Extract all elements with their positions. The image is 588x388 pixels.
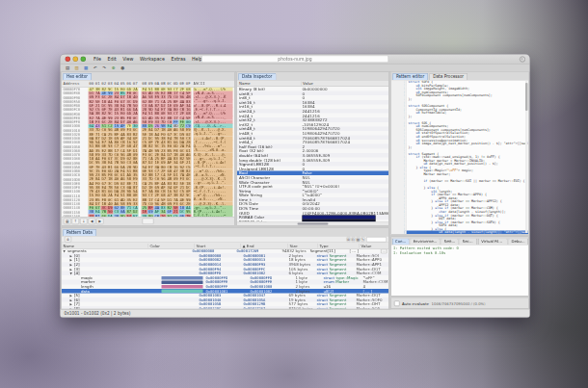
search-icon[interactable]: ●: [120, 65, 127, 71]
expand-arrow-icon[interactable]: ▶: [70, 263, 75, 267]
pattern-code-editor[interactable]: 116struct SOF0 {117 u8 bitsPerSample;118…: [391, 81, 528, 235]
hex-footer-visualizer-button[interactable]: [143, 219, 154, 225]
selection-status: 0x1001 - 0x1002 (0x2 | 2 bytes): [65, 311, 131, 316]
code-line-text: SOF0Component components[numComponents];: [407, 94, 493, 98]
jump-up-icon[interactable]: ↑: [72, 219, 80, 225]
titlebar: FileEditViewWorkspaceExtrasHelp photos-n…: [61, 55, 530, 65]
console-tabstrip: ConsoleEnvironment Vari…SettingsSections…: [391, 237, 528, 246]
hex-editor-tabstrip: Hex editor: [62, 72, 234, 81]
hex-ascii-header: ASCII: [194, 82, 233, 86]
tab-pattern-editor[interactable]: Pattern editor: [392, 73, 428, 80]
inspector-header-value: Value: [301, 81, 388, 86]
data-inspector-panel: Data Inspector Name Value Binary (8 bit)…: [237, 72, 389, 226]
menu-file[interactable]: File: [94, 57, 101, 63]
tab-pattern-data[interactable]: Pattern Data: [63, 229, 96, 236]
tab-environment-vari-[interactable]: Environment Vari…: [411, 239, 441, 246]
menu-edit[interactable]: Edit: [107, 57, 116, 63]
close-button[interactable]: [66, 57, 71, 63]
hex-editor-panel: Hex editor Address000102030405060708090A…: [62, 72, 235, 226]
expand-all-icon[interactable]: ⊞: [346, 237, 350, 242]
code-gutter: [391, 81, 405, 235]
data-inspector-tabstrip: Data Inspector: [237, 72, 388, 81]
jump-down-icon[interactable]: ↓: [80, 219, 88, 225]
pd-col-header-name[interactable]: Name: [62, 244, 148, 248]
console-output: I: Pattern exited with code: 0I: Evaluat…: [391, 246, 528, 297]
undo-icon[interactable]: ↶: [92, 65, 99, 71]
menu-bar: FileEditViewWorkspaceExtrasHelp: [94, 57, 202, 63]
code-lines: 116struct SOF0 {117 u8 bitsPerSample;118…: [405, 81, 529, 235]
collapse-arrow-icon[interactable]: ▼: [64, 249, 68, 253]
edit-pattern-icon[interactable]: ✎: [361, 237, 365, 242]
menu-extras[interactable]: Extras: [171, 57, 185, 63]
pattern-data-tabstrip: Pattern Data: [62, 228, 388, 237]
pattern-color-chip: [162, 290, 203, 294]
grid-view-icon[interactable]: ▦: [64, 219, 71, 225]
pattern-editor-panel: Pattern editorData Processor 116struct S…: [391, 72, 529, 235]
add-bookmark-icon[interactable]: ⊕: [110, 65, 118, 71]
code-line: 160 u8 data[length - sizeof(length)]; "a…: [405, 231, 529, 234]
pattern-data-rows: ▼segments0x000000000x0001726994832 bytes…: [62, 249, 388, 309]
pd-col-header-value[interactable]: Value: [360, 244, 389, 248]
collapse-arrow-icon[interactable]: ▼: [70, 272, 75, 275]
export-pattern-icon[interactable]: ▤: [356, 237, 360, 242]
expand-arrow-icon[interactable]: ▶: [70, 294, 75, 297]
save-icon[interactable]: ▦: [83, 65, 91, 71]
expand-arrow-icon[interactable]: ▶: [70, 267, 75, 271]
tab-data-inspector[interactable]: Data Inspector: [238, 73, 276, 80]
code-vscrollbar[interactable]: [525, 81, 528, 233]
inspector-rows: Binary (8 bit)0b00000000uint8_t0int8_t0u…: [237, 87, 388, 222]
tab-settings[interactable]: Settings: [441, 239, 459, 246]
pd-col-header-end[interactable]: ▲ End: [241, 244, 288, 248]
expand-arrow-icon[interactable]: ▶: [70, 258, 75, 262]
collapse-all-icon[interactable]: ⊟: [351, 237, 355, 242]
hex-col-header: 07: [132, 82, 139, 87]
hex-byte-grid[interactable]: 00000F70473B829C15E06D2AF451B80E93C72F68…: [62, 88, 234, 218]
tab-sections[interactable]: Sections: [460, 239, 477, 246]
page-next-icon[interactable]: ▶: [96, 219, 104, 225]
redo-icon[interactable]: ↷: [101, 65, 109, 71]
tab-data-processor[interactable]: Data Processor: [429, 73, 468, 80]
code-line-text: Marker marker;: [407, 172, 451, 176]
code-vscroll-thumb[interactable]: [525, 83, 528, 111]
expand-arrow-icon[interactable]: ▶: [70, 302, 75, 306]
window-title: photos-num.jpg: [201, 56, 388, 64]
menu-workspace[interactable]: Workspace: [140, 57, 165, 63]
zoom-button[interactable]: [81, 57, 87, 63]
settings-icon[interactable]: [520, 56, 525, 62]
status-bar: 0x1001 - 0x1002 (0x2 | 2 bytes): [61, 309, 530, 318]
expand-arrow-icon[interactable]: ▶: [70, 298, 75, 302]
pattern-row-color: [162, 275, 206, 279]
pattern-editor-tabstrip: Pattern editorData Processor: [391, 72, 528, 81]
pd-col-header-color[interactable]: Color: [148, 244, 195, 248]
menu-view[interactable]: View: [122, 57, 133, 63]
code-line: 134 u8 image_data[gn_next_marker_positio…: [405, 142, 529, 145]
open-file-icon[interactable]: ▥: [73, 65, 81, 71]
inspector-hscroll-thumb[interactable]: [298, 223, 329, 225]
auto-evaluate-checkbox[interactable]: [394, 300, 400, 306]
code-line-text: u8 data[length - sizeof(length)]; "attr"…: [407, 231, 529, 234]
pattern-row-color: [162, 280, 206, 284]
pattern-filter-input[interactable]: [366, 237, 387, 243]
hex-address-header: Address: [62, 82, 89, 87]
expand-arrow-icon[interactable]: ▶: [70, 254, 75, 258]
pattern-color-chip: [162, 285, 203, 289]
tab-virtual-filesyst-[interactable]: Virtual Filesyst…: [478, 239, 507, 246]
tab-hex-editor[interactable]: Hex editor: [63, 73, 92, 80]
minimize-button[interactable]: [73, 57, 79, 63]
hex-col-header: 0F: [185, 82, 192, 87]
console-line: I: Evaluation took 0.18s: [393, 251, 526, 256]
pd-col-header-start[interactable]: Start: [195, 244, 241, 248]
pd-col-header-size[interactable]: Size: [288, 244, 318, 248]
pattern-data-panel: Pattern Data ⊞ ⊞⊟▤✎ NameColorStart▲ EndS…: [62, 228, 389, 310]
tree-view-icon[interactable]: ⊞: [65, 237, 71, 243]
hex-byte-headers: 000102030405060708090A0B0C0D0E0F: [89, 82, 192, 87]
auto-evaluate-label: Auto evaluate: [402, 301, 429, 306]
evaluation-progress: 1046/746737095040 / (0.0%): [431, 301, 485, 306]
inspector-hscrollbar[interactable]: [237, 222, 388, 226]
tab-console[interactable]: Console: [392, 239, 410, 246]
tab-debugger[interactable]: Debugger: [508, 239, 528, 246]
new-file-icon[interactable]: ▤: [65, 65, 72, 71]
page-prev-icon[interactable]: ◀: [89, 219, 96, 225]
pattern-color-chip: [162, 276, 203, 280]
pd-col-header-type[interactable]: Type: [318, 244, 360, 248]
